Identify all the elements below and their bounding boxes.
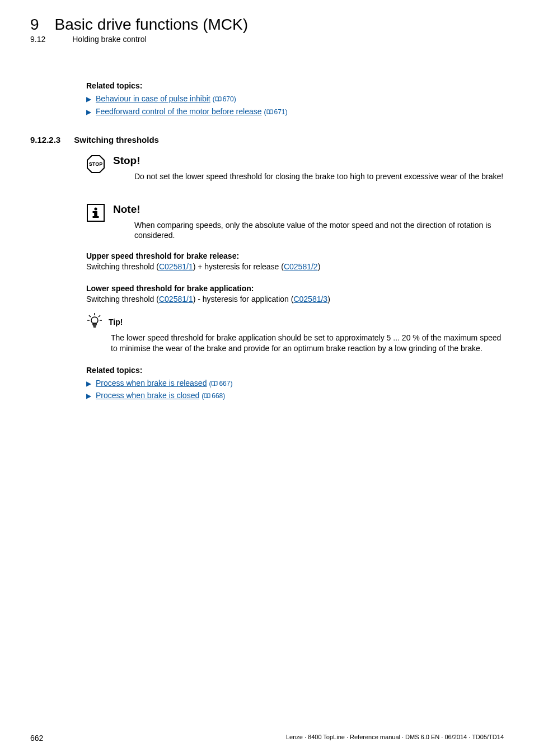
link-behaviour-pulse-inhibit[interactable]: Behaviour in case of pulse inhibit — [96, 94, 210, 104]
upper-threshold-block: Upper speed threshold for brake release:… — [86, 251, 504, 272]
page-footer: 662 Lenze · 8400 TopLine · Reference man… — [30, 734, 504, 743]
section-header: 9.12 Holding brake control — [30, 35, 504, 44]
text-fragment: Switching threshold ( — [86, 262, 159, 271]
lower-text: Switching threshold (C02581/1) - hystere… — [86, 294, 504, 305]
tip-text: The lower speed threshold for brake appl… — [111, 333, 504, 354]
subsection-heading: 9.12.2.3 Switching thresholds — [30, 135, 504, 144]
tip-callout: Tip! — [86, 312, 504, 332]
subsection-number: 9.12.2.3 — [30, 135, 60, 144]
related-item: ▶ Feedforward control of the motor befor… — [86, 106, 504, 117]
chapter-header: 9 Basic drive functions (MCK) — [30, 16, 504, 34]
svg-point-12 — [91, 317, 98, 324]
stop-text: Do not set the lower speed threshold for… — [134, 171, 504, 182]
page-reference[interactable]: (670) — [213, 95, 236, 103]
triangle-bullet-icon: ▶ — [86, 380, 91, 388]
svg-rect-5 — [93, 211, 95, 213]
lower-heading: Lower speed threshold for brake applicat… — [86, 283, 504, 294]
note-heading: Note! — [113, 203, 504, 216]
triangle-bullet-icon: ▶ — [86, 392, 91, 400]
link-code-c02581-2[interactable]: C02581/2 — [284, 262, 318, 271]
related-topics-bottom: Related topics: ▶ Process when brake is … — [86, 365, 504, 402]
link-feedforward-control[interactable]: Feedforward control of the motor before … — [96, 106, 262, 117]
text-fragment: ) + hysteresis for release ( — [193, 262, 284, 271]
related-topics-top: Related topics: ▶ Behaviour in case of p… — [86, 81, 504, 117]
divider: _ _ _ _ _ _ _ _ _ _ _ _ _ _ _ _ _ _ _ _ … — [30, 56, 504, 65]
related-item: ▶ Behaviour in case of pulse inhibit (67… — [86, 94, 504, 104]
note-body: Note! When comparing speeds, only the ab… — [113, 203, 504, 241]
text-fragment: ) — [318, 262, 321, 271]
related-heading: Related topics: — [86, 81, 504, 91]
stop-heading: Stop! — [113, 155, 504, 167]
text-fragment: ) — [327, 295, 330, 304]
related-item: ▶ Process when brake is released (667) — [86, 378, 504, 389]
svg-rect-6 — [93, 216, 99, 218]
footer-page-number: 662 — [30, 734, 43, 743]
chapter-title: Basic drive functions (MCK) — [55, 16, 248, 34]
stop-body: Stop! Do not set the lower speed thresho… — [113, 155, 504, 182]
page-number: 667 — [219, 380, 230, 388]
page-root: 9 Basic drive functions (MCK) 9.12 Holdi… — [0, 0, 534, 756]
note-callout: Note! When comparing speeds, only the ab… — [86, 203, 504, 241]
related-item: ▶ Process when brake is closed (668) — [86, 390, 504, 401]
link-process-brake-closed[interactable]: Process when brake is closed — [96, 390, 199, 401]
tip-heading: Tip! — [109, 318, 123, 326]
lower-threshold-block: Lower speed threshold for brake applicat… — [86, 283, 504, 305]
page-number: 670 — [223, 95, 234, 103]
note-text: When comparing speeds, only the absolute… — [134, 220, 504, 241]
link-process-brake-released[interactable]: Process when brake is released — [96, 378, 207, 389]
svg-text:STOP: STOP — [89, 161, 102, 167]
book-icon — [215, 96, 222, 102]
text-fragment: ) - hysteresis for application ( — [193, 295, 294, 304]
info-icon — [86, 203, 105, 222]
stop-callout: STOP Stop! Do not set the lower speed th… — [86, 155, 504, 182]
page-reference[interactable]: (671) — [264, 108, 288, 116]
svg-point-3 — [94, 207, 97, 210]
section-title: Holding brake control — [72, 35, 146, 44]
svg-line-8 — [89, 315, 91, 317]
subsection-title: Switching thresholds — [74, 135, 159, 144]
upper-text: Switching threshold (C02581/1) + hystere… — [86, 262, 504, 272]
page-reference[interactable]: (668) — [202, 392, 225, 400]
book-icon — [204, 393, 210, 399]
triangle-bullet-icon: ▶ — [86, 108, 91, 116]
link-code-c02581-1[interactable]: C02581/1 — [159, 262, 193, 271]
page-number: 671 — [274, 108, 285, 116]
upper-heading: Upper speed threshold for brake release: — [86, 251, 504, 262]
related-heading: Related topics: — [86, 365, 504, 376]
triangle-bullet-icon: ▶ — [86, 95, 91, 103]
text-fragment: Switching threshold ( — [86, 295, 159, 304]
page-reference[interactable]: (667) — [209, 380, 232, 388]
lightbulb-icon — [86, 312, 103, 332]
stop-icon: STOP — [86, 155, 105, 174]
footer-meta: Lenze · 8400 TopLine · Reference manual … — [286, 734, 504, 743]
book-icon — [266, 109, 273, 115]
page-number: 668 — [212, 392, 223, 400]
chapter-number: 9 — [30, 16, 39, 34]
svg-line-9 — [99, 315, 100, 317]
link-code-c02581-1[interactable]: C02581/1 — [159, 295, 193, 304]
link-code-c02581-3[interactable]: C02581/3 — [293, 295, 327, 304]
book-icon — [211, 381, 218, 386]
section-number: 9.12 — [30, 35, 45, 44]
